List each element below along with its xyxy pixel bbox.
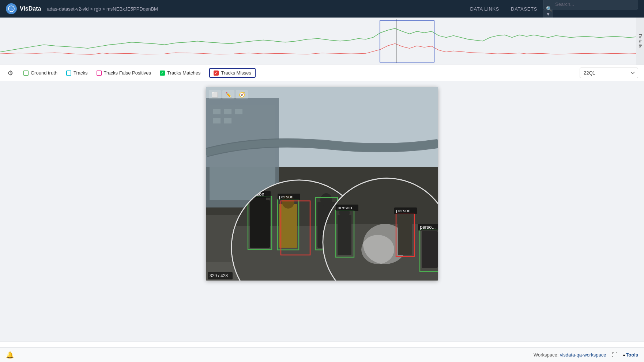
workspace-info: Workspace: visdata-qa-workspace [14,352,606,358]
search-input[interactable] [543,0,638,9]
svg-rect-21 [250,200,270,248]
svg-rect-44 [398,217,412,255]
svg-rect-10 [235,109,242,114]
chart-area: Details [0,18,644,65]
scene-image: person person [206,87,438,281]
tools-button[interactable]: Tools [626,352,638,358]
tracks-checkbox[interactable] [66,71,71,76]
video-tool-edit[interactable]: ✏️ [222,90,234,99]
frame-counter-text: 329 / 428 [210,273,228,278]
svg-rect-9 [224,109,231,114]
tracks-fp-label: Tracks False Positives [104,70,151,76]
svg-rect-11 [213,118,221,123]
svg-point-29 [320,193,332,206]
tools-label: Tools [626,352,638,358]
breadcrumb: adas-dataset-v2-vid > rgb > msNEBxJE5PPD… [47,6,158,12]
svg-rect-24 [279,204,297,248]
legend-tracks[interactable]: Tracks [66,70,88,76]
nav-link-datasets[interactable]: DATASETS [511,6,537,12]
legend-ground-truth[interactable]: Ground truth [23,70,57,76]
tracks-matches-checkbox[interactable]: ✓ [160,71,165,76]
legend-tracks-misses[interactable]: ✓ Tracks Misses [209,68,256,78]
svg-text:person: person [279,194,294,199]
svg-text:person: person [396,208,411,213]
tracks-label: Tracks [74,70,88,76]
workspace-name: visdata-qa-workspace [560,352,606,358]
ground-truth-checkbox[interactable] [23,71,29,76]
nav-links: DATA LINKS DATASETS [470,6,537,12]
svg-point-40 [361,235,394,264]
notification-bell-icon[interactable]: 🔔 [6,351,14,359]
video-toolbar: ⬜ ✏️ 🧭 [209,90,248,99]
settings-button[interactable]: ⚙ [6,68,15,79]
legend-bar: ⚙ Ground truth Tracks Tracks False Posit… [0,65,644,81]
logo-area: VisData [6,3,41,14]
svg-text:perso...: perso... [420,224,436,230]
legend-tracks-matches[interactable]: ✓ Tracks Matches [160,70,200,76]
nav-link-data-links[interactable]: DATA LINKS [470,6,499,12]
svg-rect-47 [422,231,438,268]
ground-truth-label: Ground truth [31,70,57,76]
app-name: VisData [20,5,41,12]
up-arrow-icon: ▲ [622,353,626,357]
legend-tracks-fp[interactable]: Tracks False Positives [97,70,151,76]
video-container: ⬜ ✏️ 🧭 [206,87,438,281]
details-tab[interactable]: Details [636,18,644,65]
svg-rect-12 [224,118,231,123]
visdata-logo-icon [6,3,17,14]
version-select[interactable]: 22Q1 22Q2 22Q3 21Q4 [580,68,638,78]
bottom-bar: 🔔 Workspace: visdata-qa-workspace ⛶ ▲ To… [0,347,644,362]
workspace-label: Workspace: [534,352,558,358]
tracks-fp-checkbox[interactable] [97,71,102,76]
svg-rect-8 [213,109,221,114]
video-tool-rect[interactable]: ⬜ [209,90,221,99]
top-nav: VisData adas-dataset-v2-vid > rgb > msNE… [0,0,644,18]
tracks-misses-checkbox[interactable]: ✓ [214,71,219,76]
search-icon: 🔍 [546,6,552,12]
tracks-misses-label: Tracks Misses [221,70,251,76]
search-container: 🔍 ▼ [543,0,638,19]
expand-icon[interactable]: ⛶ [612,352,618,358]
tracks-matches-label: Tracks Matches [167,70,200,76]
main-content: ⬜ ✏️ 🧭 [0,81,644,342]
svg-rect-41 [338,215,351,255]
details-tab-label: Details [638,34,643,49]
svg-text:person: person [338,205,352,210]
timeline-chart[interactable] [0,18,644,65]
video-tool-compass[interactable]: 🧭 [236,90,248,99]
